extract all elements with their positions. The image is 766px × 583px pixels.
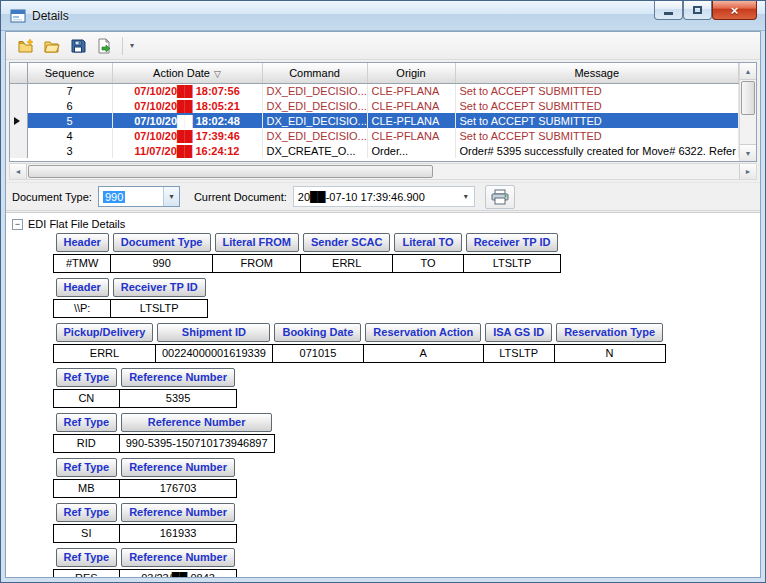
- new-document-button[interactable]: [14, 34, 38, 57]
- edi-data-cell: LTSLTP: [111, 300, 208, 318]
- edi-header-cell[interactable]: Receiver TP ID: [113, 278, 206, 297]
- cell-message: Set to ACCEPT SUBMITTED: [455, 113, 739, 128]
- edi-data-cell: 176703: [119, 480, 237, 498]
- grid-row-7[interactable]: 7 07/10/20██ 18:07:56 DX_EDI_DECISIO... …: [10, 83, 739, 98]
- edi-header-cell[interactable]: ISA GS ID: [485, 323, 552, 342]
- current-document-dropdown-button[interactable]: ▾: [458, 187, 474, 206]
- collapse-icon[interactable]: −: [12, 219, 23, 230]
- toolbar-overflow-chevron-icon[interactable]: ▾: [127, 41, 137, 50]
- printer-icon: [491, 189, 509, 205]
- edi-header-cell[interactable]: Pickup/Delivery: [56, 323, 154, 342]
- edi-ref-table-res: Ref Type Reference Number RES 03/23/██ 0…: [53, 548, 237, 577]
- open-folder-icon: [44, 38, 60, 54]
- edi-header-cell[interactable]: Reservation Type: [556, 323, 663, 342]
- grid-row-5-selected[interactable]: 5 07/10/20██ 18:02:48 DX_EDI_DECISIO... …: [10, 113, 739, 128]
- edi-data-cell: N: [554, 345, 665, 363]
- edi-data-cell: CN: [54, 390, 120, 408]
- edi-ref-table-rid: Ref Type Reference Number RID 990-5395-1…: [53, 413, 275, 453]
- vertical-scrollbar[interactable]: ▲ ▼: [739, 63, 756, 161]
- maximize-button[interactable]: [683, 1, 712, 20]
- edi-data-cell: TO: [392, 255, 463, 273]
- edi-header-cell[interactable]: Document Type: [113, 233, 211, 252]
- col-message[interactable]: Message: [455, 63, 739, 83]
- scroll-right-icon: ►: [745, 168, 752, 175]
- row-marker-current: [10, 113, 27, 128]
- edi-header-cell[interactable]: Literal TO: [394, 233, 461, 252]
- current-document-label: Current Document:: [194, 191, 287, 203]
- grid-row-4[interactable]: 4 07/10/20██ 17:39:46 DX_EDI_DECISIO... …: [10, 128, 739, 143]
- scroll-right-button[interactable]: ►: [739, 164, 756, 179]
- cell-origin: CLE-PFLANA: [367, 128, 455, 143]
- document-type-dropdown-button[interactable]: ▾: [163, 187, 179, 206]
- export-button[interactable]: [92, 34, 116, 57]
- horizontal-scroll-thumb[interactable]: [28, 165, 433, 178]
- print-button[interactable]: [485, 185, 515, 209]
- horizontal-scrollbar[interactable]: ◄ ►: [9, 163, 757, 180]
- edi-header-cell[interactable]: Literal FROM: [215, 233, 299, 252]
- edi-data-cell: 5395: [119, 390, 237, 408]
- document-bar: Document Type: 990 ▾ Current Document: 2…: [6, 182, 760, 211]
- col-action-date[interactable]: Action Date▽: [112, 63, 262, 83]
- edi-header-cell[interactable]: Reference Number: [121, 548, 235, 567]
- vertical-scroll-thumb[interactable]: [741, 81, 755, 115]
- edi-header-cell[interactable]: Ref Type: [56, 458, 118, 477]
- details-window: Details ×: [0, 0, 766, 583]
- edi-header-cell[interactable]: Header: [56, 233, 109, 252]
- cell-action-date: 07/10/20██ 18:05:21: [112, 98, 262, 113]
- edi-details-panel: − EDI Flat File Details Header Document …: [6, 212, 760, 577]
- edi-header-cell[interactable]: Sender SCAC: [303, 233, 391, 252]
- edi-header-cell[interactable]: Reference Number: [121, 458, 235, 477]
- scroll-down-button[interactable]: ▼: [740, 144, 756, 161]
- edi-data-cell: ERRL: [54, 345, 156, 363]
- edi-data-cell: 03/23/██ 0843: [119, 570, 237, 578]
- history-grid[interactable]: Sequence Action Date▽ Command Origin Mes…: [9, 62, 757, 162]
- edi-header-cell[interactable]: Ref Type: [56, 548, 118, 567]
- cell-sequence: 4: [27, 128, 112, 143]
- col-origin[interactable]: Origin: [367, 63, 455, 83]
- grid-header-row: Sequence Action Date▽ Command Origin Mes…: [10, 63, 739, 83]
- edi-header-cell[interactable]: Ref Type: [56, 368, 118, 387]
- current-document-combo[interactable]: 20██-07-10 17:39:46.900 ▾: [293, 186, 475, 207]
- save-icon: [70, 38, 86, 54]
- minimize-button[interactable]: [654, 1, 683, 20]
- cell-action-date: 07/10/20██ 17:39:46: [112, 128, 262, 143]
- open-button[interactable]: [40, 34, 64, 57]
- edi-header-cell[interactable]: Reference Number: [121, 413, 272, 432]
- row-marker: [10, 83, 27, 98]
- cell-origin: CLE-PFLANA: [367, 113, 455, 128]
- scroll-up-button[interactable]: ▲: [740, 63, 756, 80]
- col-sequence[interactable]: Sequence: [27, 63, 112, 83]
- cell-origin: CLE-PFLANA: [367, 83, 455, 98]
- edi-section-node[interactable]: − EDI Flat File Details: [6, 213, 760, 233]
- edi-header-cell[interactable]: Reservation Action: [365, 323, 481, 342]
- edi-header-cell[interactable]: Ref Type: [56, 413, 118, 432]
- titlebar[interactable]: Details ×: [1, 1, 765, 31]
- close-button[interactable]: ×: [712, 1, 757, 20]
- edi-data-cell: A: [363, 345, 483, 363]
- edi-data-cell: RES: [54, 570, 120, 578]
- sort-desc-icon: ▽: [214, 69, 221, 79]
- grid-row-3[interactable]: 3 11/07/20██ 16:24:12 DX_CREATE_O... Ord…: [10, 143, 739, 158]
- edi-header-cell[interactable]: Booking Date: [274, 323, 361, 342]
- cell-message: Set to ACCEPT SUBMITTED: [455, 128, 739, 143]
- chevron-down-icon: ▾: [169, 192, 173, 201]
- scroll-left-button[interactable]: ◄: [10, 164, 27, 179]
- edi-header-cell[interactable]: Shipment ID: [157, 323, 270, 342]
- edi-header-cell[interactable]: Reference Number: [121, 368, 235, 387]
- edi-header-cell[interactable]: Reference Number: [121, 503, 235, 522]
- edi-header-cell[interactable]: Header: [56, 278, 109, 297]
- save-button[interactable]: [66, 34, 90, 57]
- col-command[interactable]: Command: [262, 63, 367, 83]
- edi-header-cell[interactable]: Receiver TP ID: [466, 233, 559, 252]
- edi-data-cell: MB: [54, 480, 120, 498]
- grid-row-6[interactable]: 6 07/10/20██ 18:05:21 DX_EDI_DECISIO... …: [10, 98, 739, 113]
- cell-sequence: 3: [27, 143, 112, 158]
- edi-data-cell: \\P:: [54, 300, 111, 318]
- document-type-value: 990: [99, 191, 163, 203]
- cell-command: DX_CREATE_O...: [262, 143, 367, 158]
- document-type-combo[interactable]: 990 ▾: [98, 186, 180, 207]
- toolbar: ▾: [6, 32, 760, 60]
- edi-header-cell[interactable]: Ref Type: [56, 503, 118, 522]
- edi-data-cell: 990: [111, 255, 213, 273]
- scroll-up-icon: ▲: [745, 68, 752, 75]
